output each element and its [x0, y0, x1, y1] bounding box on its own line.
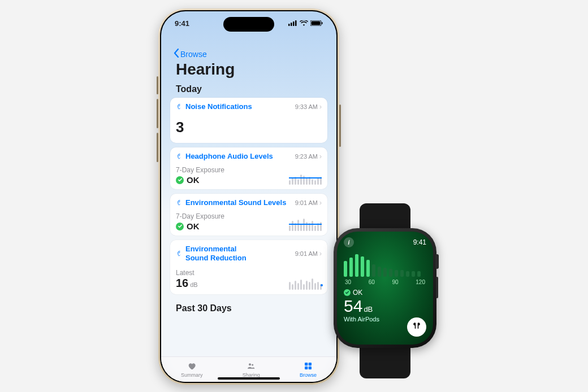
latest-label: Latest — [176, 265, 198, 277]
watch-db-value: 54 — [344, 297, 362, 316]
svg-rect-5 — [312, 21, 321, 25]
watch-side-button — [436, 277, 438, 298]
tab-label: Browse — [300, 372, 317, 378]
apple-watch-device: i 9:41 30 60 — [334, 203, 436, 378]
status-text: OK — [187, 221, 200, 231]
iphone-screen: 9:41 — [161, 11, 336, 382]
chevron-right-icon: › — [319, 153, 322, 160]
airpods-icon — [411, 320, 422, 334]
iphone-power-button — [339, 104, 341, 147]
exposure-label: 7-Day Exposure — [176, 163, 224, 174]
env-sparkline — [289, 216, 322, 231]
tab-summary[interactable]: Summary — [181, 361, 203, 378]
tab-label: Summary — [181, 372, 203, 378]
tab-bar: Summary Sharing Browse — [161, 356, 336, 382]
battery-icon — [310, 19, 323, 28]
wifi-icon — [300, 19, 308, 28]
section-past-30: Past 30 Days — [167, 299, 331, 317]
card-time-text: 9:01 AM — [295, 199, 318, 206]
chevron-right-icon: › — [319, 250, 322, 258]
card-time-text: 9:33 AM — [295, 103, 318, 110]
tab-label: Sharing — [243, 372, 260, 378]
card-noise-notifications[interactable]: Noise Notifications 9:33 AM › 3 — [170, 98, 327, 143]
headphone-sparkline — [289, 170, 322, 185]
iphone-device: 9:41 — [158, 8, 339, 385]
watch-axis-ticks: 30 60 90 120 — [344, 279, 426, 285]
card-headphone-levels[interactable]: Headphone Audio Levels 9:23 AM › 7-Day E… — [170, 147, 327, 189]
checkmark-icon — [344, 289, 351, 296]
iphone-volume-down — [157, 133, 158, 162]
card-title-text: Headphone Audio Levels — [185, 152, 273, 160]
svg-point-7 — [249, 363, 251, 365]
watch-noise-bars — [344, 253, 426, 277]
tick-120: 120 — [416, 279, 425, 285]
ear-icon — [176, 199, 183, 206]
checkmark-icon — [176, 223, 184, 230]
svg-rect-2 — [293, 21, 295, 26]
heart-icon — [187, 361, 197, 372]
svg-rect-6 — [322, 22, 323, 24]
info-icon[interactable]: i — [344, 237, 354, 247]
people-icon — [246, 361, 256, 372]
svg-rect-12 — [309, 366, 312, 369]
reduction-unit: dB — [190, 281, 197, 288]
dynamic-island — [223, 17, 274, 32]
svg-rect-0 — [288, 24, 290, 26]
iphone-mute-switch — [157, 76, 158, 94]
tick-90: 90 — [392, 279, 399, 285]
status-text: OK — [187, 175, 200, 185]
card-title-text: Noise Notifications — [185, 102, 252, 111]
watch-status: OK — [353, 289, 362, 297]
card-time-text: 9:23 AM — [295, 153, 318, 160]
chevron-left-icon — [174, 49, 179, 59]
watch-case: i 9:41 30 60 — [334, 228, 436, 348]
exposure-label: 7-Day Exposure — [176, 209, 224, 220]
tick-30: 30 — [345, 279, 351, 285]
section-today: Today — [167, 83, 331, 98]
card-env-sound-levels[interactable]: Environmental Sound Levels 9:01 AM › 7-D… — [170, 194, 327, 236]
ear-icon — [176, 103, 183, 110]
watch-time: 9:41 — [413, 238, 426, 246]
digital-crown — [435, 254, 439, 269]
card-env-sound-reduction[interactable]: Environmental Sound Reduction 9:01 AM › … — [170, 240, 327, 294]
checkmark-icon — [176, 176, 184, 184]
chevron-right-icon: › — [319, 199, 322, 207]
tab-sharing[interactable]: Sharing — [243, 361, 260, 378]
chevron-right-icon: › — [319, 103, 322, 111]
svg-point-8 — [252, 364, 253, 365]
card-time-text: 9:01 AM — [295, 250, 318, 257]
back-button[interactable]: Browse — [167, 45, 331, 59]
home-indicator[interactable] — [218, 377, 280, 380]
ear-icon — [176, 250, 183, 257]
ear-icon — [176, 153, 183, 160]
card-title-text: Environmental Sound Levels — [185, 198, 286, 207]
svg-rect-9 — [305, 363, 308, 365]
watch-db-unit: dB — [364, 305, 373, 313]
reduction-sparkline — [289, 275, 322, 290]
back-label: Browse — [180, 50, 207, 59]
svg-rect-11 — [305, 366, 308, 369]
svg-rect-3 — [295, 20, 297, 26]
svg-rect-1 — [291, 23, 292, 26]
svg-rect-10 — [309, 363, 312, 365]
noise-notifications-value: 3 — [176, 111, 322, 138]
signal-icon — [288, 19, 297, 28]
tick-60: 60 — [369, 279, 375, 285]
watch-screen: i 9:41 30 60 — [337, 232, 433, 345]
status-time: 9:41 — [175, 19, 189, 28]
page-title: Hearing — [167, 59, 331, 83]
card-title-text: Environmental Sound Reduction — [185, 245, 255, 263]
reduction-value: 16 — [176, 277, 188, 290]
tab-browse[interactable]: Browse — [300, 361, 317, 378]
iphone-volume-up — [157, 99, 158, 128]
airpods-button[interactable] — [407, 317, 426, 337]
grid-icon — [303, 361, 313, 372]
